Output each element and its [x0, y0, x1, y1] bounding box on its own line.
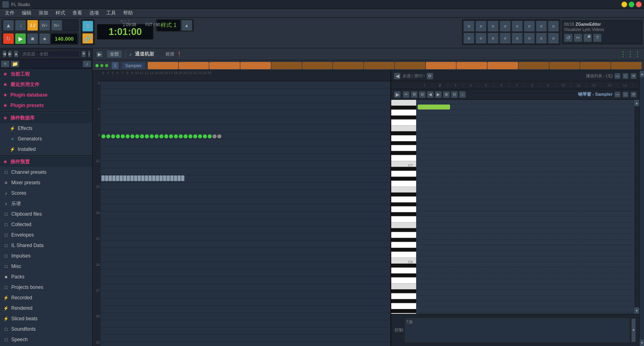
step3[interactable]	[209, 62, 240, 69]
record2-button[interactable]: ●	[39, 33, 50, 44]
stop-btn[interactable]: ■	[27, 33, 38, 44]
sampler-name[interactable]: Sampler	[122, 62, 145, 69]
tool-btn4[interactable]: ≡	[500, 21, 511, 32]
menu-add[interactable]: 添加	[35, 9, 52, 17]
step14[interactable]	[549, 62, 580, 69]
sidebar-item-scores-zh[interactable]: ♪ 乐谱	[0, 198, 92, 209]
sidebar-item-clipboard[interactable]: □ Clipboard files	[0, 209, 92, 219]
bpm-display[interactable]: 140.000	[51, 34, 77, 44]
sys-btn3[interactable]: 🎤	[583, 33, 592, 42]
sidebar-item-installed[interactable]: ⚡ Installed	[0, 144, 92, 154]
tool-btn16[interactable]: ≡	[548, 33, 559, 44]
step16[interactable]	[611, 62, 642, 69]
sidebar-vol-btn[interactable]: ♪	[88, 50, 91, 58]
cr-mode-btn[interactable]: 全部	[106, 50, 122, 58]
step9[interactable]	[395, 62, 425, 69]
pr-close-btn[interactable]: —	[614, 73, 621, 79]
step12[interactable]	[487, 62, 518, 69]
sidebar-item-scores[interactable]: ♪ Scores	[0, 188, 92, 198]
tool-btn9[interactable]: ≡	[463, 33, 475, 44]
sidebar-item-plugin-presets-zh[interactable]: ★ 插件预置	[0, 157, 92, 167]
pr-tool6[interactable]: ⊕	[443, 91, 450, 98]
pr-expand-btn[interactable]: □	[622, 73, 629, 79]
tool-btn13[interactable]: ≡	[512, 33, 523, 44]
pr-maximize-btn[interactable]: □	[622, 91, 629, 98]
step7[interactable]	[333, 62, 363, 69]
sidebar-item-impulses[interactable]: □ Impulses	[0, 251, 92, 261]
tool-btn10[interactable]: ≡	[475, 33, 487, 44]
step2[interactable]	[179, 62, 209, 69]
cr-expand-btn[interactable]: ▶	[96, 51, 103, 58]
step5[interactable]	[271, 62, 302, 69]
pr-tool5[interactable]: ▶	[435, 91, 442, 98]
sidebar-item-plugin-presets[interactable]: ★ Plugin presets	[0, 100, 92, 111]
note-block-1[interactable]	[418, 105, 450, 109]
pr-scroll-down[interactable]: ▼	[634, 307, 639, 314]
sidebar-up-btn[interactable]: ▲	[14, 50, 19, 58]
sidebar-item-misc[interactable]: □ Misc	[0, 261, 92, 272]
pr-tool7[interactable]: ⊖	[451, 91, 458, 98]
menu-edit[interactable]: 编辑	[19, 9, 35, 17]
sidebar-item-current-project[interactable]: ★ 当前工程	[0, 69, 92, 79]
step8[interactable]	[364, 62, 394, 69]
tool-btn1[interactable]: ≡	[463, 21, 475, 32]
sidebar-item-sliced-beats[interactable]: ⚡ Sliced beats	[0, 313, 92, 324]
pr-tool1[interactable]: ✏	[402, 91, 410, 98]
menu-style[interactable]: 样式	[52, 9, 68, 17]
pr-back-btn[interactable]: ◀	[394, 72, 401, 80]
tool-btn5[interactable]: ≡	[512, 21, 523, 32]
sidebar-item-generators[interactable]: ≡ Generators	[0, 134, 92, 144]
stop-button[interactable]: ▲	[3, 20, 14, 31]
pr-tool4[interactable]: ◀	[427, 91, 434, 98]
sidebar-item-effects[interactable]: ⚡ Effects	[0, 123, 92, 134]
pr-close2-btn[interactable]: ✕	[630, 91, 637, 98]
step1[interactable]	[148, 62, 178, 69]
grid-body[interactable]	[101, 81, 390, 346]
sidebar-item-recent-files[interactable]: ★ 最近所用文件	[0, 79, 92, 90]
sidebar-item-channel-presets[interactable]: □ Channel presets	[0, 167, 92, 177]
menu-help[interactable]: 帮助	[120, 9, 136, 17]
pr-tool3[interactable]: ⊘	[419, 91, 426, 98]
tool-btn12[interactable]: ≡	[500, 33, 511, 44]
pattern-display[interactable]: 样式 1	[157, 20, 180, 31]
sidebar-item-packs[interactable]: ■ Packs	[0, 272, 92, 282]
sidebar-fwd-btn[interactable]: ▶	[8, 50, 12, 58]
sidebar-item-rendered[interactable]: ⚡ Rendered	[0, 303, 92, 313]
sidebar-item-envelopes[interactable]: □ Envelopes	[0, 230, 92, 240]
close-button[interactable]	[636, 2, 642, 7]
pr-tool2[interactable]: ⚙	[411, 91, 418, 98]
sidebar-item-plugin-database[interactable]: ★ Plugin database	[0, 90, 92, 100]
tool-btn11[interactable]: ≡	[487, 33, 499, 44]
pr-tool8[interactable]: ♪	[459, 91, 466, 98]
main-scroll-up[interactable]: ▲	[640, 71, 644, 77]
sidebar-item-plugin-db-zh[interactable]: ★ 插件数据库	[0, 113, 92, 123]
num32-button[interactable]: 3.2	[27, 20, 38, 31]
pr-vscroll[interactable]: ▲ ▼	[634, 100, 639, 314]
sys-btn4[interactable]: ?	[593, 33, 602, 42]
piano-button[interactable]: W+	[51, 20, 62, 31]
step13[interactable]	[518, 62, 549, 69]
record-button[interactable]: ↻	[3, 33, 14, 44]
scroll-thumb[interactable]	[640, 77, 644, 340]
pr-x-btn[interactable]: ✕	[630, 73, 637, 79]
sys-btn2[interactable]: ✂	[574, 33, 582, 42]
ctrl-expand-btn[interactable]: ▼	[631, 318, 636, 342]
menu-file[interactable]: 文件	[2, 9, 18, 17]
pattern-nav-btn[interactable]: ▲	[181, 20, 192, 31]
tool-btn14[interactable]: ≡	[524, 33, 535, 44]
maximize-button[interactable]	[629, 2, 634, 7]
sys-btn1[interactable]: ↺	[564, 33, 573, 42]
step11[interactable]	[456, 62, 487, 69]
link-btn2[interactable]: 🔗	[82, 33, 93, 44]
sidebar-item-il-shared[interactable]: □ IL Shared Data	[0, 240, 92, 251]
menu-view[interactable]: 查看	[69, 9, 85, 17]
sidebar-item-collected[interactable]: □ Collected	[0, 219, 92, 230]
pr-settings-btn[interactable]: ⚙	[426, 72, 433, 80]
sidebar-item-projects-bones[interactable]: □ Projects bones	[0, 282, 92, 292]
sidebar-item-recorded[interactable]: ⚡ Recorded	[0, 292, 92, 303]
tool-btn15[interactable]: ≡	[536, 33, 547, 44]
sidebar-nav2[interactable]: 📁	[10, 60, 19, 68]
metronome-button[interactable]: ♩	[15, 20, 26, 31]
sidebar-vol-right[interactable]: ♪	[83, 60, 91, 68]
tool-btn8[interactable]: ≡	[548, 21, 559, 32]
